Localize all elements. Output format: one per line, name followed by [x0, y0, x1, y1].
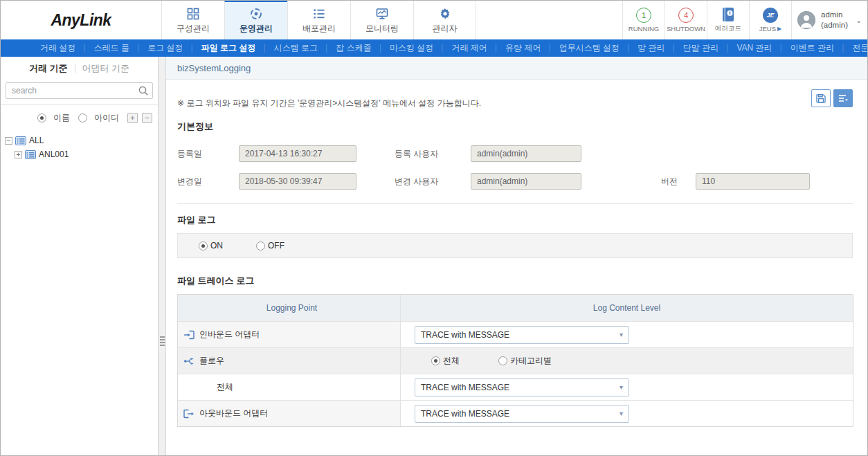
node-icon: [25, 150, 36, 159]
col-logging-point: Logging Point: [178, 295, 401, 321]
nav-item-van-mgmt[interactable]: VAN 관리: [735, 42, 773, 54]
radio-by-id[interactable]: [78, 113, 87, 122]
page-title-bar: bizSystemLogging: [166, 57, 867, 80]
mod-date-label: 변경일: [177, 176, 239, 188]
nav-item-file-log-settings[interactable]: 파일 로그 설정: [200, 42, 257, 54]
tab-monitoring[interactable]: 모니터링: [350, 1, 413, 39]
error-code-book-icon: [720, 7, 736, 22]
nav-item-terminal-mgmt[interactable]: 단말 관리: [682, 42, 720, 54]
reg-date-field: [239, 145, 356, 162]
radio-flow-category[interactable]: [498, 356, 507, 365]
radio-on[interactable]: [199, 241, 208, 250]
jeus-badge: JE: [763, 8, 778, 23]
anylink-console: AnyLink 구성관리 운영관리 배포관리: [0, 0, 868, 456]
nav-item-message-share[interactable]: 전문 공유: [851, 42, 868, 54]
anylink-logo: AnyLink: [51, 11, 111, 30]
info-note: ※ 로그 위치와 파일 유지 기간은 '운영관리>시스템설정' 메뉴에서 설정 …: [177, 89, 481, 109]
expand-all-button[interactable]: +: [127, 113, 138, 123]
nav-item-bizsystem-settings[interactable]: 업무시스템 설정: [558, 42, 621, 54]
radio-off[interactable]: [256, 241, 265, 250]
table-row-outbound: 아웃바운드 어댑터 TRACE with MESSAGE ▾: [178, 400, 853, 426]
flow-scope-options: 전체 카테고리별: [401, 355, 556, 367]
collapse-icon[interactable]: −: [5, 137, 12, 145]
tree-node-all[interactable]: − ALL: [5, 134, 154, 147]
mod-user-field: [471, 173, 581, 190]
inbound-adapter-label: 인바운드 어댑터: [183, 329, 260, 340]
save-button[interactable]: [811, 89, 831, 107]
nav-item-masking-settings[interactable]: 마스킹 설정: [388, 42, 435, 54]
nav-item-network-mgmt[interactable]: 망 관리: [636, 42, 666, 54]
nav-item-thread-pool[interactable]: 스레드 풀: [93, 42, 131, 54]
nav-item-job-schedule[interactable]: 잡 스케줄: [334, 42, 372, 54]
splitter-grip-icon: [160, 336, 165, 347]
nav-item-flow-control[interactable]: 유량 제어: [504, 42, 542, 54]
action-buttons: [811, 89, 853, 107]
tab-label: 배포관리: [302, 23, 336, 35]
user-menu[interactable]: admin (admin) ⌄: [791, 1, 867, 39]
nav-item-transaction-control[interactable]: 거래 제어: [450, 42, 488, 54]
sidebar-tab-transaction[interactable]: 거래 기준: [29, 62, 68, 75]
nav-item-transaction-settings[interactable]: 거래 설정: [39, 42, 77, 54]
note-row: ※ 로그 위치와 파일 유지 기간은 '운영관리>시스템설정' 메뉴에서 설정 …: [177, 89, 853, 109]
file-log-toggle-box: ON OFF: [177, 233, 853, 258]
tab-operation-mgmt[interactable]: 운영관리: [224, 1, 287, 39]
trace-log-table: Logging Point Log Content Level 인바운드 어댑터: [177, 294, 853, 427]
tab-admin[interactable]: 관리자: [413, 1, 476, 39]
tab-config-mgmt[interactable]: 구성관리: [161, 1, 224, 39]
inbound-level-select[interactable]: TRACE with MESSAGE ▾: [415, 326, 629, 344]
error-code-menu[interactable]: 에러코드: [707, 1, 749, 39]
version-label: 버전: [661, 176, 696, 188]
expand-icon[interactable]: +: [15, 151, 22, 158]
file-log-off-option[interactable]: OFF: [256, 241, 289, 250]
chevron-down-icon: ▾: [620, 383, 623, 391]
flow-by-category-option[interactable]: 카테고리별: [498, 355, 556, 367]
table-row-inbound: 인바운드 어댑터 TRACE with MESSAGE ▾: [178, 321, 853, 347]
search-icon[interactable]: [138, 85, 149, 96]
running-count-badge: 1: [636, 8, 651, 23]
chevron-down-icon: ▾: [620, 410, 623, 417]
outbound-level-select[interactable]: TRACE with MESSAGE ▾: [415, 405, 629, 423]
main-content: ※ 로그 위치와 파일 유지 기간은 '운영관리>시스템설정' 메뉴에서 설정 …: [166, 80, 867, 441]
logo-area[interactable]: AnyLink: [1, 1, 161, 39]
section-basic-info-heading: 기본정보: [177, 120, 853, 133]
collapse-all-button[interactable]: −: [142, 113, 152, 123]
flow-all-option[interactable]: 전체: [431, 355, 464, 367]
error-code-label: 에러코드: [715, 24, 741, 33]
radio-by-name[interactable]: [37, 113, 46, 122]
radio-flow-all[interactable]: [431, 356, 440, 365]
tab-label: 모니터링: [365, 23, 399, 35]
sidebar-splitter[interactable]: [159, 57, 166, 455]
jeus-label: JEUS▶: [759, 25, 781, 33]
shutdown-status[interactable]: 4 SHUTDOWN: [664, 1, 707, 39]
list-view-button[interactable]: [833, 89, 853, 107]
tree-node-anl001[interactable]: + ANL001: [5, 147, 154, 161]
inbound-adapter-icon: [183, 330, 195, 340]
main-panel: bizSystemLogging ※ 로그 위치와 파일 유지 기간은 '운영관…: [166, 57, 867, 455]
jeus-menu[interactable]: JE JEUS▶: [749, 1, 791, 39]
sidebar-tab-adapter[interactable]: 어댑터 기준: [82, 62, 130, 75]
sub-navigation: 거래 설정│ 스레드 풀│ 로그 설정│ 파일 로그 설정│ 시스템 로그│ 잡…: [1, 39, 867, 57]
search-input[interactable]: [6, 82, 153, 99]
divider: [177, 203, 853, 204]
flow-label: 플로우: [183, 355, 224, 367]
running-status[interactable]: 1 RUNNING: [622, 1, 664, 39]
main-tabs: 구성관리 운영관리 배포관리 모니터링: [161, 1, 476, 39]
tab-label: 구성관리: [177, 23, 210, 35]
nav-item-log-settings[interactable]: 로그 설정: [146, 42, 184, 54]
flow-all-label: 전체: [183, 381, 233, 393]
top-header: AnyLink 구성관리 운영관리 배포관리: [1, 1, 867, 39]
file-log-on-option[interactable]: ON: [199, 241, 227, 250]
sidebar-tabs: 거래 기준 어댑터 기준: [1, 57, 158, 80]
basic-info-row-1: 등록일 등록 사용자: [177, 140, 853, 167]
nav-item-system-log[interactable]: 시스템 로그: [273, 42, 319, 54]
tab-deploy-mgmt[interactable]: 배포관리: [287, 1, 350, 39]
radio-by-id-label: 아이디: [94, 112, 119, 124]
user-avatar-icon: [797, 11, 815, 29]
flow-icon: [183, 356, 195, 366]
flow-all-level-select[interactable]: TRACE with MESSAGE ▾: [415, 379, 629, 396]
table-header-row: Logging Point Log Content Level: [178, 295, 853, 321]
nav-item-event-mgmt[interactable]: 이벤트 관리: [789, 42, 835, 54]
chevron-down-icon: ▾: [620, 331, 623, 338]
section-file-log-heading: 파일 로그: [177, 214, 853, 226]
tree-node-label: ANL001: [39, 149, 69, 159]
